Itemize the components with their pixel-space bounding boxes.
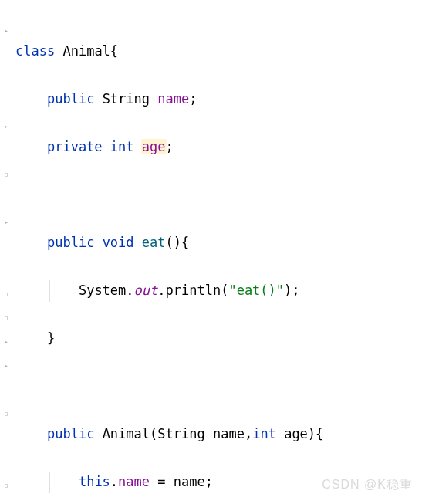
fold-icon[interactable]: ▸ bbox=[4, 114, 12, 122]
code-line: System.out.println("eat()"); bbox=[15, 279, 323, 303]
code-editor[interactable]: class Animal{ public String name; privat… bbox=[15, 15, 323, 504]
fold-icon[interactable]: ▸ bbox=[4, 19, 12, 26]
code-line bbox=[15, 374, 323, 398]
watermark: CSDN @K稳重 bbox=[322, 472, 413, 496]
code-line: public Animal(String name,int age){ bbox=[15, 422, 323, 446]
code-line: class Animal{ bbox=[15, 39, 323, 63]
editor-gutter: ▸ ▸ ▫ ▸ ▫ ▫ ▸ ▸ ▫ ▫ bbox=[0, 0, 15, 504]
fold-icon[interactable]: ▸ bbox=[4, 210, 12, 218]
fold-icon[interactable]: ▸ bbox=[4, 330, 12, 337]
code-line: this.name = name; bbox=[15, 470, 323, 494]
code-line: } bbox=[15, 326, 323, 350]
code-line: public void eat(){ bbox=[15, 231, 323, 255]
fold-end-icon[interactable]: ▫ bbox=[4, 282, 12, 289]
fold-end-icon[interactable]: ▫ bbox=[4, 401, 12, 409]
fold-icon[interactable]: ▸ bbox=[4, 353, 12, 361]
fold-end-icon[interactable]: ▫ bbox=[4, 473, 12, 481]
code-line: public String name; bbox=[15, 87, 323, 111]
fold-end-icon[interactable]: ▫ bbox=[4, 162, 12, 170]
fold-end-icon[interactable]: ▫ bbox=[4, 306, 12, 313]
code-line: private int age; bbox=[15, 135, 323, 159]
code-line bbox=[15, 183, 323, 207]
